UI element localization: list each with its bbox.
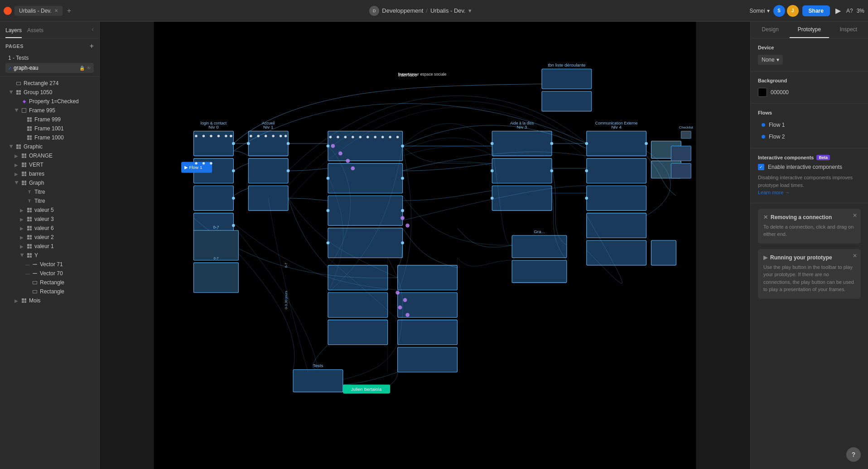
- breadcrumb-chevron-icon[interactable]: ▾: [468, 7, 472, 14]
- layer-type-icon: [26, 234, 33, 240]
- flow-item-1[interactable]: Flow 1: [758, 120, 861, 130]
- tab-layers[interactable]: Layers: [5, 25, 22, 38]
- layer-type-icon: [26, 134, 33, 141]
- svg-point-57: [287, 142, 290, 145]
- tab-assets[interactable]: Assets: [27, 25, 43, 38]
- svg-point-78: [210, 135, 212, 137]
- layer-item-barres[interactable]: ▶ barres: [0, 169, 99, 178]
- user-menu[interactable]: Somei ▾: [750, 8, 770, 14]
- background-color-value: 000000: [771, 89, 789, 96]
- page-item-graph-eau[interactable]: ✓ graph-eau 🔒 👁: [5, 63, 94, 73]
- svg-rect-25: [587, 131, 646, 156]
- layer-name: Frame 1001: [34, 125, 96, 132]
- help-button[interactable]: ?: [846, 447, 861, 462]
- layer-item-frame1000[interactable]: Frame 1000: [0, 133, 99, 142]
- prototype-canvas[interactable]: Niv 0 login & contact Niv 1 Accueil Inte…: [100, 22, 750, 469]
- panel-close-icon[interactable]: ‹: [92, 25, 94, 38]
- layer-item-orange[interactable]: ▶ ORANGE: [0, 151, 99, 160]
- svg-point-85: [250, 135, 252, 137]
- flow-item-2[interactable]: Flow 2: [758, 132, 861, 142]
- layer-item-vector70[interactable]: — Vector 70: [0, 269, 99, 278]
- ic-learn-more-link[interactable]: Learn more →: [758, 190, 790, 195]
- svg-point-97: [374, 136, 376, 138]
- layer-item-rect2[interactable]: Rectangle: [0, 287, 99, 296]
- layer-item-graph[interactable]: ▶ Graph: [0, 178, 99, 187]
- layer-item-valeur2[interactable]: ▶ valeur 2: [0, 233, 99, 242]
- svg-rect-3: [194, 186, 234, 211]
- layer-type-icon: [15, 89, 22, 96]
- layer-item-valeur6[interactable]: ▶ valeur 6: [0, 224, 99, 233]
- device-title: Device: [758, 45, 861, 50]
- layer-name: Y: [34, 252, 96, 258]
- layer-item-frame999[interactable]: Frame 999: [0, 115, 99, 124]
- layer-item-rectangle274[interactable]: Rectangle 274: [0, 79, 99, 88]
- page-label-tests: 1 - Tests: [8, 55, 29, 61]
- layer-name: Graphic: [24, 144, 96, 150]
- svg-point-65: [401, 209, 404, 212]
- svg-point-96: [366, 136, 369, 138]
- svg-rect-111: [671, 146, 691, 161]
- layer-chevron-icon: ▶: [9, 90, 14, 95]
- tab-close-icon[interactable]: ✕: [54, 8, 58, 13]
- tab-prototype[interactable]: Prototype: [790, 22, 829, 38]
- removing-connection-title-text: Removing a connection: [771, 214, 832, 220]
- layer-item-valeur1[interactable]: ▶ valeur 1: [0, 242, 99, 251]
- svg-point-98: [381, 136, 384, 138]
- zoom-level[interactable]: 3%: [857, 8, 864, 14]
- inspector-label[interactable]: A?: [846, 8, 853, 14]
- layer-item-valeur5[interactable]: ▶ valeur 5: [0, 206, 99, 215]
- page-view-icon: 👁: [87, 66, 91, 71]
- layer-item-vert[interactable]: ▶ VERT: [0, 160, 99, 169]
- file-tab[interactable]: Urbalis - Dev. ✕: [14, 6, 63, 16]
- layer-item-mois[interactable]: ▶ Mois: [0, 296, 99, 305]
- tab-design[interactable]: Design: [751, 22, 790, 38]
- svg-rect-43: [587, 240, 646, 265]
- ic-checkbox[interactable]: ✓: [758, 164, 764, 170]
- pages-add-icon[interactable]: +: [90, 42, 94, 50]
- layer-item-valeur3[interactable]: ▶ valeur 3: [0, 215, 99, 224]
- layer-item-frame995[interactable]: ▶ Frame 995: [0, 106, 99, 115]
- svg-text:Accueil: Accueil: [262, 121, 275, 125]
- layer-chevron-icon: —: [25, 262, 30, 267]
- svg-point-86: [257, 135, 260, 137]
- layer-name: Frame 995: [29, 107, 96, 114]
- tab-add-icon[interactable]: +: [67, 7, 71, 15]
- share-button[interactable]: Share: [802, 5, 830, 16]
- user-name: Somei: [750, 8, 765, 14]
- layer-item-y[interactable]: ▶ Y: [0, 251, 99, 260]
- pages-title: Pages: [5, 43, 24, 49]
- svg-point-73: [585, 169, 588, 172]
- canvas-area[interactable]: Niv 0 login & contact Niv 1 Accueil Inte…: [100, 22, 750, 469]
- layer-type-icon: [26, 207, 33, 213]
- main-area: Layers Assets ‹ Pages + 1 - Tests ✓ grap…: [0, 22, 868, 469]
- running-prototype-close-icon[interactable]: ✕: [853, 253, 857, 259]
- svg-rect-16: [328, 131, 403, 161]
- svg-point-99: [389, 136, 391, 138]
- layer-type-icon: [32, 279, 38, 286]
- layer-item-rect1[interactable]: Rectangle: [0, 278, 99, 287]
- layer-item-vector71[interactable]: — Vector 71: [0, 260, 99, 269]
- removing-connection-text: To delete a connection, click and drag o…: [763, 223, 855, 238]
- svg-rect-41: [293, 369, 343, 392]
- layer-chevron-icon: ▶: [9, 144, 14, 149]
- device-select[interactable]: None ▾: [758, 55, 783, 65]
- page-item-tests[interactable]: 1 - Tests: [5, 53, 94, 63]
- play-button[interactable]: ▶: [834, 5, 843, 17]
- svg-point-106: [405, 224, 410, 228]
- svg-point-88: [272, 135, 274, 137]
- flow-dot-icon: [762, 123, 765, 127]
- background-color-swatch[interactable]: [758, 88, 767, 97]
- layer-item-titre2[interactable]: T Titre: [0, 196, 99, 206]
- svg-point-105: [400, 216, 405, 220]
- removing-connection-close-icon[interactable]: ✕: [853, 212, 857, 219]
- layer-item-group1050[interactable]: ▶ Group 1050: [0, 88, 99, 97]
- layer-item-property1[interactable]: ◈ Property 1=Checked: [0, 97, 99, 106]
- layer-type-icon: T: [26, 189, 33, 195]
- layer-item-graphic[interactable]: ▶ Graphic: [0, 142, 99, 151]
- ic-desc-text: Disabling interactive components improve…: [758, 175, 853, 188]
- layer-item-frame1001[interactable]: Frame 1001: [0, 124, 99, 133]
- svg-point-66: [401, 241, 404, 244]
- tab-inspect[interactable]: Inspect: [829, 22, 868, 38]
- layer-item-titre1[interactable]: T Titre: [0, 187, 99, 196]
- svg-rect-7: [248, 131, 288, 156]
